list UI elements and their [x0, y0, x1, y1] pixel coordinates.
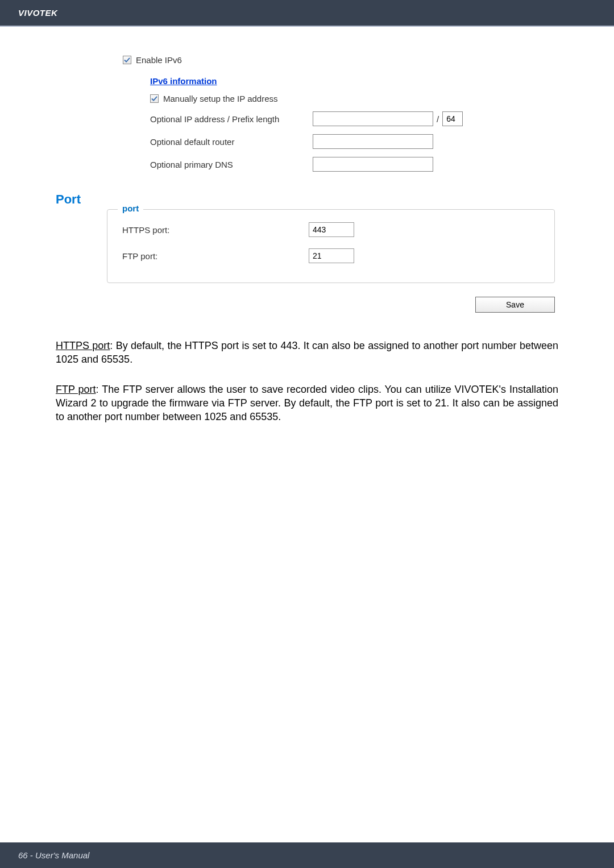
- ipv6-section: Enable IPv6 IPv6 information Manually se…: [56, 39, 558, 172]
- ipv6-info-row: IPv6 information: [150, 76, 558, 86]
- enable-ipv6-label: Enable IPv6: [136, 55, 182, 65]
- optional-router-label: Optional default router: [150, 137, 313, 147]
- ftp-port-paragraph: FTP port: The FTP server allows the user…: [56, 383, 558, 424]
- https-port-term: HTTPS port: [56, 340, 110, 351]
- footer-text: 66 - User's Manual: [18, 850, 89, 860]
- https-port-desc: : By default, the HTTPS port is set to 4…: [56, 340, 558, 365]
- optional-dns-label: Optional primary DNS: [150, 160, 313, 169]
- port-fieldset: port HTTPS port: FTP port:: [107, 209, 555, 283]
- optional-ip-label: Optional IP address / Prefix length: [150, 114, 313, 124]
- header-divider: [0, 26, 614, 27]
- manual-setup-label: Manually setup the IP address: [163, 94, 278, 103]
- ftp-port-input[interactable]: [309, 248, 354, 263]
- manual-setup-checkbox[interactable]: [150, 94, 159, 103]
- ftp-port-row: FTP port:: [122, 248, 540, 263]
- check-icon: [124, 57, 130, 63]
- slash-separator: /: [437, 114, 439, 124]
- ftp-port-term: FTP port: [56, 384, 96, 395]
- save-row: Save: [56, 297, 555, 313]
- optional-dns-input[interactable]: [313, 157, 433, 172]
- ftp-port-label: FTP port:: [122, 251, 309, 261]
- ftp-port-desc: : The FTP server allows the user to save…: [56, 384, 558, 423]
- optional-ip-input[interactable]: [313, 111, 433, 126]
- manual-setup-row: Manually setup the IP address: [150, 94, 558, 103]
- enable-ipv6-row: Enable IPv6: [123, 55, 558, 65]
- https-port-input[interactable]: [309, 222, 354, 237]
- optional-dns-row: Optional primary DNS: [150, 157, 558, 172]
- content-area: Enable IPv6 IPv6 information Manually se…: [0, 28, 614, 423]
- https-port-row: HTTPS port:: [122, 222, 540, 237]
- brand-text: VIVOTEK: [18, 8, 57, 18]
- port-legend: port: [118, 203, 143, 213]
- save-button[interactable]: Save: [475, 297, 555, 313]
- footer-bar: 66 - User's Manual: [0, 842, 614, 868]
- ipv6-information-link[interactable]: IPv6 information: [150, 76, 217, 86]
- prefix-length-input[interactable]: [442, 111, 463, 126]
- brand-header: VIVOTEK: [0, 0, 614, 26]
- optional-router-row: Optional default router: [150, 134, 558, 149]
- optional-router-input[interactable]: [313, 134, 433, 149]
- check-icon: [151, 95, 157, 102]
- https-port-paragraph: HTTPS port: By default, the HTTPS port i…: [56, 339, 558, 367]
- ipv6-subblock: IPv6 information Manually setup the IP a…: [123, 73, 558, 172]
- enable-ipv6-checkbox[interactable]: [123, 56, 131, 64]
- https-port-label: HTTPS port:: [122, 225, 309, 235]
- optional-ip-row: Optional IP address / Prefix length /: [150, 111, 558, 126]
